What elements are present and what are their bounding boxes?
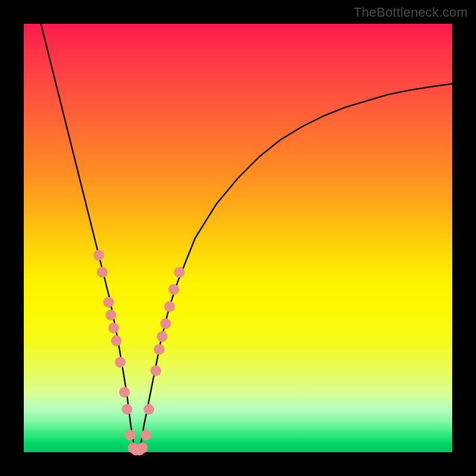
marker-dot	[168, 284, 179, 295]
marker-dot	[104, 297, 114, 308]
marker-dot	[108, 322, 119, 333]
marker-dot	[137, 443, 148, 453]
marker-dot	[105, 310, 116, 321]
marker-dot	[115, 357, 126, 368]
marker-dot	[164, 301, 175, 312]
watermark-label: TheBottleneck.com	[353, 5, 468, 20]
marker-dot	[143, 404, 154, 415]
marker-dot	[174, 267, 184, 278]
chart-frame: TheBottleneck.com	[0, 0, 476, 476]
marker-dot	[154, 344, 165, 355]
marker-dot	[122, 404, 133, 415]
marker-dot	[151, 365, 161, 376]
marker-dot	[97, 267, 108, 278]
marker-dot	[140, 430, 151, 440]
marker-dot	[119, 387, 130, 397]
bottleneck-curve	[41, 24, 452, 452]
chart-svg	[24, 24, 452, 452]
marker-dot	[157, 331, 168, 342]
marker-dot	[125, 430, 136, 440]
marker-dot	[160, 318, 171, 329]
highlight-markers	[93, 250, 184, 456]
plot-area	[24, 24, 452, 452]
marker-dot	[111, 336, 122, 346]
marker-dot	[93, 250, 104, 261]
